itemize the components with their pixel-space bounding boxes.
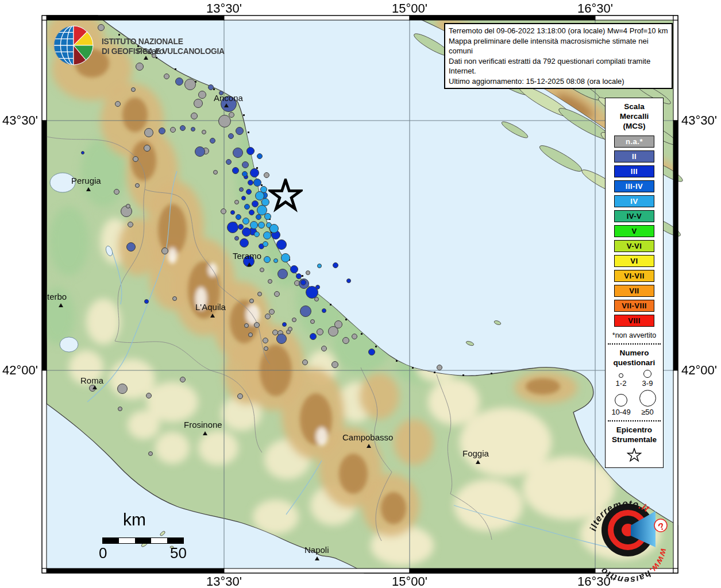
axis-label-top: 15°00' <box>392 1 427 16</box>
city-label-ancona: Ancona <box>214 93 243 103</box>
axis-label-top: 16°30' <box>577 1 613 16</box>
city-label-napoli: Napoli <box>304 545 329 555</box>
legend-epicenter-title-line: Strumentale <box>612 435 657 444</box>
city-marker <box>224 103 229 107</box>
city-label-frosinone: Frosinone <box>184 420 222 430</box>
city-marker <box>247 262 252 266</box>
event-info-line: Dati non verificati estratti da 792 ques… <box>449 56 668 76</box>
city-marker <box>210 314 215 318</box>
city-marker <box>86 187 91 191</box>
city-marker <box>203 431 207 435</box>
legend-size-circle <box>619 373 623 378</box>
legend-class-ii: II <box>614 150 654 163</box>
legend-size-label: ≥50 <box>641 408 654 416</box>
legend-panel: ScalaMercalli(MCS) n.a.*IIIIIIII-IVIVIV-… <box>605 98 664 468</box>
city-label-perugia: Perugia <box>71 176 101 185</box>
legend-epicenter-title-line: Epicentro <box>612 425 657 435</box>
city-label-foggia: Foggia <box>462 448 489 458</box>
city-marker <box>59 303 63 307</box>
event-info-line: Mappa preliminare delle intensità macros… <box>449 36 668 56</box>
legend-size-circle <box>615 394 627 407</box>
scale-bar-end: 50 <box>170 544 187 562</box>
legend-size-item: 10-49 <box>608 390 634 416</box>
legend-class-iv-v: IV-V <box>614 210 654 222</box>
legend-size-scale: 1-23-910-49≥50 <box>608 370 660 416</box>
legend-title: ScalaMercalli(MCS) <box>620 102 649 131</box>
axis-label-left: 43°30' <box>0 113 38 128</box>
legend-class-v-vi: V-VI <box>614 240 654 252</box>
city-label-teramo: Teramo <box>233 251 261 261</box>
legend-size-item: ≥50 <box>635 390 660 416</box>
legend-size-label: 3-9 <box>642 379 653 388</box>
city-marker <box>367 444 371 448</box>
event-info-box: Terremoto del 09-06-2022 13:18:00 (ora l… <box>444 23 673 89</box>
axis-label-top: 13°30' <box>206 1 242 16</box>
event-info-line: Ultimo aggiornamento: 15-12-2025 08:08 (… <box>449 76 668 87</box>
legend-size-item: 3-9 <box>635 370 660 388</box>
city-label-campobasso: Campobasso <box>342 432 393 442</box>
legend-divider-2 <box>608 420 661 421</box>
legend-class-vii: VII <box>614 285 654 297</box>
legend-title-line: Scala <box>620 102 649 111</box>
legend-epicenter-star-icon <box>627 448 642 463</box>
legend-questionnaire-title-line: questionari <box>614 358 656 368</box>
ingv-line2: DI GEOFISICA E VULCANOLOGIA <box>102 47 225 56</box>
wm-bottom-red: www. <box>647 548 669 577</box>
legend-divider <box>608 343 661 345</box>
scale-bar-segments <box>102 537 184 544</box>
city-marker <box>315 556 319 560</box>
legend-title-line: Mercalli <box>620 111 649 121</box>
axis-label-right: 42°00' <box>681 363 717 378</box>
ingv-logo-text: ISTITUTO NAZIONALE DI GEOFISICA E VULCAN… <box>102 37 225 56</box>
legend-class-vii-viii: VII-VIII <box>614 300 654 312</box>
city-marker <box>92 385 97 389</box>
axis-label-left: 42°00' <box>0 363 38 378</box>
legend-size-circle <box>639 390 656 407</box>
city-label-roma: Roma <box>80 376 103 385</box>
city-marker <box>144 56 148 60</box>
legend-class-viii: VIII <box>614 315 654 327</box>
event-info-line: Terremoto del 09-06-2022 13:18:00 (ora l… <box>449 26 668 36</box>
haisentitoilterremoto-logo: ? ilterremoto.it www.haisentito <box>585 485 678 582</box>
legend-class-vi: VI <box>614 255 654 267</box>
legend-footnote: *non avvertito <box>612 331 656 339</box>
legend-questionnaire-title-line: Numero <box>614 348 656 358</box>
city-marker <box>476 460 480 464</box>
ingv-line1: ISTITUTO NAZIONALE <box>102 37 225 47</box>
scale-bar-start: 0 <box>99 544 107 562</box>
legend-class-iv: IV <box>614 195 654 207</box>
legend-class-n-a--: n.a.* <box>614 136 654 148</box>
legend-questionnaire-title: Numeroquestionari <box>614 348 656 368</box>
legend-size-label: 1-2 <box>616 379 627 388</box>
axis-label-right: 43°30' <box>681 113 717 128</box>
axis-label-bottom: 13°30' <box>206 574 242 588</box>
legend-size-label: 10-49 <box>611 408 630 416</box>
legend-intensity-scale: n.a.*IIIIIIII-IVIVIV-VVV-VIVIVI-VIIVIIVI… <box>614 136 654 327</box>
city-label-laquila: L'Aquila <box>195 302 226 312</box>
legend-epicenter-title: EpicentroStrumentale <box>612 425 657 444</box>
legend-class-vi-vii: VI-VII <box>614 270 654 282</box>
legend-class-iii-iv: III-IV <box>614 180 654 192</box>
legend-size-circle <box>643 370 651 378</box>
axis-label-bottom: 15°00' <box>392 574 427 588</box>
legend-size-item: 1-2 <box>608 370 634 388</box>
scale-bar-unit: km <box>123 510 146 529</box>
legend-class-v: V <box>614 225 654 237</box>
wm-bottom-black: haisentito <box>598 566 653 582</box>
legend-class-iii: III <box>614 165 654 177</box>
ingv-logo-icon <box>53 25 94 66</box>
legend-title-line: (MCS) <box>620 121 649 131</box>
city-label-terbo: terbo <box>47 292 67 301</box>
